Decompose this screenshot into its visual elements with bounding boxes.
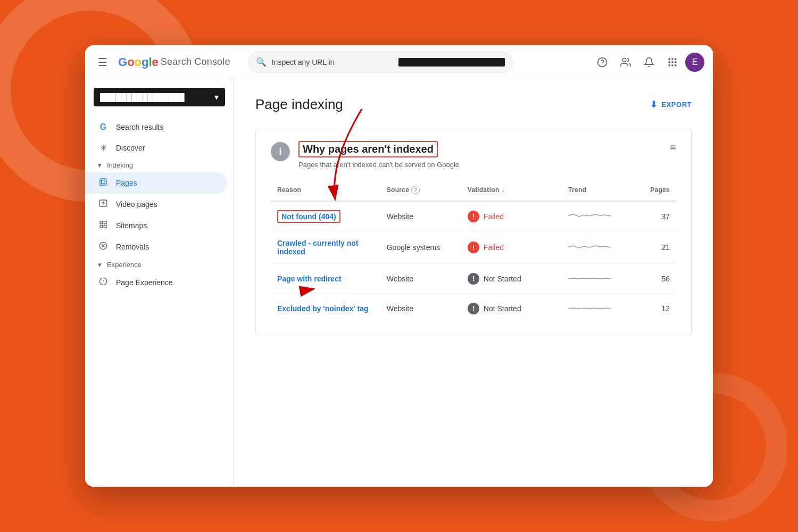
sidebar-item-removals[interactable]: Removals (85, 236, 227, 257)
search-icon: 🔍 (256, 57, 267, 67)
filter-icon[interactable]: ≡ (670, 141, 676, 153)
cell-reason-1: Crawled - currently not indexed (271, 231, 380, 264)
section-header: i Why pages aren't indexed Pages that ar… (271, 141, 676, 169)
property-selector[interactable]: ████████████████ ▾ (94, 88, 225, 106)
sidebar-label-discover: Discover (116, 144, 145, 152)
status-icon-3: ! (468, 303, 479, 314)
svg-rect-4 (671, 58, 673, 60)
cell-trend-2 (562, 264, 644, 294)
section-title: Why pages aren't indexed (298, 141, 438, 157)
svg-rect-18 (100, 225, 103, 228)
info-icon: i (271, 142, 290, 161)
data-table: Reason Source ? Validation (271, 181, 676, 323)
col-header-pages: Pages (644, 181, 676, 201)
page-title: Page indexing (255, 96, 343, 113)
discover-icon: ✳ (98, 143, 109, 153)
svg-point-2 (622, 58, 626, 62)
table-row: Not found (404) Website ! Failed 37 (271, 201, 676, 231)
content-area: Page indexing ⬇ EXPORT i Why pages aren'… (234, 79, 713, 487)
topbar: ☰ Google Search Console 🔍 Inspect any UR… (85, 45, 713, 79)
hamburger-menu-icon[interactable]: ☰ (94, 52, 112, 73)
cell-reason-2: Page with redirect (271, 264, 380, 294)
reason-text-2[interactable]: Page with redirect (277, 275, 342, 283)
sitemaps-icon (98, 220, 109, 231)
experience-section-header[interactable]: ▾ Experience (85, 257, 234, 272)
svg-rect-19 (104, 225, 106, 228)
apps-button[interactable] (662, 52, 683, 73)
product-name: Search Console (161, 56, 230, 68)
svg-rect-17 (104, 221, 106, 224)
svg-rect-16 (100, 221, 103, 224)
reason-text-1[interactable]: Crawled - currently not indexed (277, 239, 358, 256)
pages-icon (98, 178, 109, 188)
cell-validation-1: ! Failed (461, 231, 562, 264)
source-help-icon[interactable]: ? (411, 186, 420, 194)
experience-label: Experience (107, 261, 142, 269)
notification-button[interactable] (638, 52, 660, 73)
svg-rect-6 (669, 61, 670, 63)
table-row: Crawled - currently not indexed Google s… (271, 231, 676, 264)
table-header-row: Reason Source ? Validation (271, 181, 676, 201)
svg-rect-13 (102, 180, 105, 184)
cell-validation-2: ! Not Started (461, 264, 562, 294)
sidebar-item-video-pages[interactable]: Video pages (85, 194, 227, 215)
svg-rect-10 (671, 64, 673, 66)
status-text-0: Failed (484, 212, 504, 221)
section-subtitle: Pages that aren't indexed can't be serve… (298, 161, 459, 169)
col-header-source: Source ? (380, 181, 461, 201)
cell-trend-0 (562, 201, 644, 231)
cell-source-3: Website (380, 294, 461, 323)
table-row: Excluded by 'noindex' tag Website ! Not … (271, 294, 676, 323)
reason-text-3[interactable]: Excluded by 'noindex' tag (277, 304, 369, 313)
video-pages-icon (98, 199, 109, 210)
export-label: EXPORT (662, 101, 692, 109)
sidebar-label-pages: Pages (116, 179, 137, 187)
cell-pages-2: 56 (644, 264, 676, 294)
export-icon: ⬇ (650, 99, 658, 110)
validation-sort-icon[interactable]: ↓ (502, 186, 505, 194)
cell-reason-0: Not found (404) (271, 201, 380, 231)
avatar[interactable]: E (685, 53, 704, 72)
help-button[interactable] (592, 52, 613, 73)
reason-text-0[interactable]: Not found (404) (277, 210, 340, 223)
indexing-section-header[interactable]: ▾ Indexing (85, 158, 234, 172)
sidebar-item-search-results[interactable]: G Search results (85, 117, 227, 137)
col-header-trend: Trend (562, 181, 644, 201)
pages-count-0: 37 (650, 212, 670, 221)
sidebar-label-search-results: Search results (116, 123, 163, 131)
experience-chevron-icon: ▾ (98, 261, 102, 269)
cell-source-1: Google systems (380, 231, 461, 264)
table-row: Page with redirect Website ! Not Started… (271, 264, 676, 294)
sidebar: ████████████████ ▾ G Search results ✳ Di… (85, 79, 234, 487)
sidebar-item-pages[interactable]: Pages (85, 172, 227, 194)
sidebar-label-video-pages: Video pages (116, 200, 157, 209)
sidebar-item-page-experience[interactable]: Page Experience (85, 272, 227, 293)
browser-window: ☰ Google Search Console 🔍 Inspect any UR… (85, 45, 713, 487)
search-results-icon: G (98, 122, 109, 132)
sidebar-item-sitemaps[interactable]: Sitemaps (85, 215, 227, 236)
svg-rect-5 (675, 58, 676, 60)
svg-rect-12 (100, 179, 106, 185)
section-title-block: Why pages aren't indexed Pages that aren… (298, 141, 459, 169)
svg-rect-3 (669, 58, 670, 60)
section-header-left: i Why pages aren't indexed Pages that ar… (271, 141, 459, 169)
users-button[interactable] (615, 52, 636, 73)
sidebar-item-discover[interactable]: ✳ Discover (85, 137, 227, 158)
search-redacted-value (398, 58, 505, 66)
main-layout: ████████████████ ▾ G Search results ✳ Di… (85, 79, 713, 487)
col-header-validation: Validation ↓ (461, 181, 562, 201)
svg-rect-9 (669, 64, 670, 66)
export-button[interactable]: ⬇ EXPORT (650, 99, 692, 110)
cell-reason-3: Excluded by 'noindex' tag (271, 294, 380, 323)
cell-source-2: Website (380, 264, 461, 294)
logo-area: Google Search Console (118, 55, 230, 69)
property-name: ████████████████ (100, 93, 185, 102)
status-text-2: Not Started (484, 275, 521, 283)
search-bar[interactable]: 🔍 Inspect any URL in (247, 51, 513, 73)
sidebar-label-sitemaps: Sitemaps (116, 221, 147, 230)
status-text-1: Failed (484, 243, 504, 252)
status-text-3: Not Started (484, 304, 521, 313)
cell-trend-1 (562, 231, 644, 264)
table-body: Not found (404) Website ! Failed 37 Craw… (271, 201, 676, 323)
cell-pages-1: 21 (644, 231, 676, 264)
